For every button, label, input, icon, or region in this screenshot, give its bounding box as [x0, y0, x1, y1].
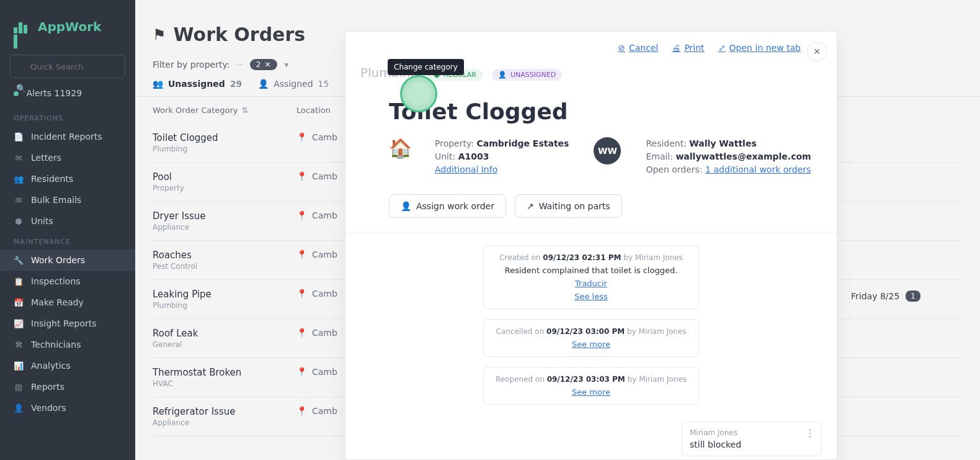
resident-name: Wally Wattles [689, 138, 756, 148]
cancelled-date: 09/12/23 03:00 PM [546, 327, 625, 336]
assign-button[interactable]: 👤Assign work order [389, 194, 506, 218]
open-new-tab-link[interactable]: ⤢Open in new tab [718, 43, 801, 53]
feed-item-reopened: Reopened on 09/12/23 03:03 PM by Miriam … [483, 367, 699, 405]
open-orders-link[interactable]: 1 additional work orders [705, 165, 811, 174]
see-more-link[interactable]: See more [572, 340, 610, 349]
tooltip-change-category: Change category [388, 59, 464, 75]
resident-block: Resident: Wally Wattles Email: wallywatt… [646, 137, 811, 176]
cancel-link[interactable]: ⊘Cancel [618, 43, 658, 53]
created-date: 09/12/23 02:31 PM [543, 253, 621, 262]
reopened-date: 09/12/23 03:03 PM [547, 375, 625, 384]
divider [345, 233, 837, 233]
translate-link[interactable]: Traducir [575, 279, 607, 288]
resident-email: wallywattles@example.com [675, 151, 811, 161]
property-block: Property: Cambridge Estates Unit: A1003 … [435, 137, 569, 176]
comment-text: still blocked [690, 440, 814, 449]
unit-number: A1003 [458, 151, 489, 161]
kebab-icon[interactable]: ⋮ [805, 427, 815, 439]
work-order-modal: ⊘Cancel 🖨Print ⤢Open in new tab ✕ Change… [345, 31, 837, 460]
category-avatar-ring[interactable] [400, 75, 437, 112]
resident-avatar[interactable]: WW [594, 137, 621, 165]
user-icon: 👤 [498, 71, 507, 79]
created-body: Resident complained that toilet is clogg… [494, 266, 688, 275]
additional-info-link[interactable]: Additional Info [435, 165, 497, 174]
printer-icon: 🖨 [672, 43, 680, 53]
comment-author: Miriam Jones [690, 428, 814, 437]
feed-item-cancelled: Cancelled on 09/12/23 03:00 PM by Miriam… [483, 319, 699, 357]
external-icon: ⤢ [718, 43, 726, 53]
print-link[interactable]: 🖨Print [672, 43, 704, 53]
close-button[interactable]: ✕ [807, 42, 827, 61]
comment-bubble: Miriam Jones still blocked ⋮ [682, 422, 822, 456]
waiting-parts-button[interactable]: ↗Waiting on parts [515, 194, 622, 218]
status-badge: 👤UNASSIGNED [492, 69, 562, 81]
close-icon: ✕ [813, 47, 821, 56]
see-more-link[interactable]: See more [572, 387, 610, 397]
cancel-icon: ⊘ [618, 43, 625, 53]
house-icon: 🏠 [389, 137, 410, 158]
feed-item-created: Created on 09/12/23 02:31 PM by Miriam J… [483, 245, 699, 309]
property-name: Cambridge Estates [476, 138, 569, 148]
see-less-link[interactable]: See less [574, 292, 608, 301]
wand-icon: ↗ [527, 201, 534, 211]
user-plus-icon: 👤 [401, 201, 411, 211]
